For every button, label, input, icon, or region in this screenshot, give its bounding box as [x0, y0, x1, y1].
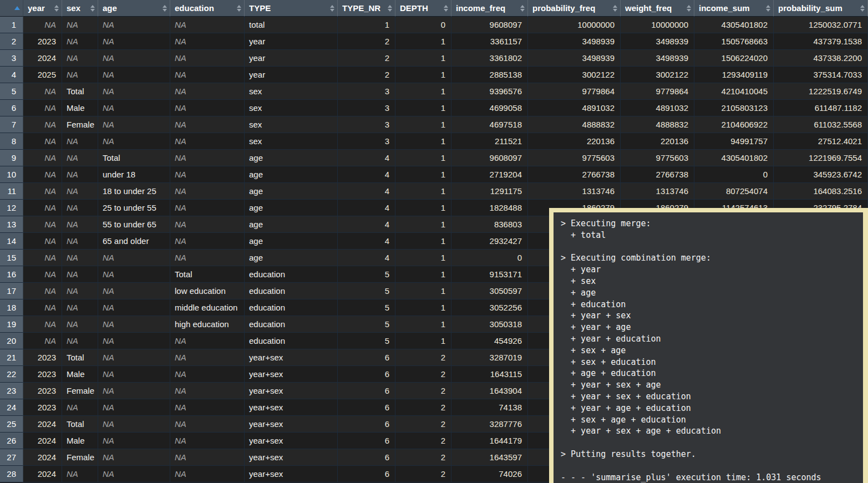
table-row[interactable]: 9NANATotalNAage4196080979775603977560343…	[0, 150, 868, 166]
cell-weight_freq: 4891032	[621, 100, 694, 116]
cell-income_freq: 1643904	[451, 383, 528, 399]
na-value: NA	[175, 103, 186, 113]
cell-TYPE: age	[245, 183, 338, 200]
cell-education: NA	[170, 466, 245, 482]
na-value: NA	[67, 37, 78, 46]
cell-year: 2024	[23, 433, 62, 449]
na-value: NA	[103, 469, 114, 479]
cell-TYPE_NR: 6	[338, 416, 395, 433]
table-row[interactable]: 32024NANANAyear2133618023498939349893915…	[0, 50, 868, 67]
cell-TYPE: year+sex	[245, 349, 338, 366]
cell-income_freq: 1644179	[451, 433, 528, 449]
cell-TYPE_NR: 4	[338, 166, 395, 183]
cell-weight_freq: 3002122	[621, 67, 694, 83]
row-index-column-header[interactable]	[0, 0, 23, 17]
cell-value: 4697518	[490, 120, 522, 129]
cell-TYPE_NR: 4	[338, 200, 395, 216]
table-row[interactable]: 1NANANANAtotal10960809710000000100000004…	[0, 17, 868, 33]
cell-DEPTH: 1	[395, 183, 451, 200]
column-header-weight_freq[interactable]: weight_freq	[621, 0, 694, 17]
row-number: 18	[0, 299, 23, 316]
cell-TYPE_NR: 6	[338, 466, 395, 482]
table-row[interactable]: 10NANAunder 18NAage412719204276673827667…	[0, 166, 868, 183]
cell-probability_freq: 1313746	[528, 183, 621, 200]
table-row[interactable]: 22023NANANAyear2133611573498939349893915…	[0, 33, 868, 50]
cell-education: NA	[170, 349, 245, 366]
cell-value: 6	[385, 369, 389, 379]
cell-DEPTH: 2	[395, 366, 451, 383]
cell-sex: NA	[62, 333, 98, 349]
cell-value: 3050597	[490, 286, 522, 296]
table-header-row: yearsexageeducationTYPETYPE_NRDEPTHincom…	[0, 0, 868, 17]
column-header-probability_sum[interactable]: probability_sum	[774, 0, 868, 17]
column-header-label: age	[103, 3, 117, 13]
na-value: NA	[175, 20, 186, 29]
na-value: NA	[175, 403, 186, 412]
cell-age: 18 to under 25	[98, 183, 170, 200]
cell-income_freq: 3052256	[451, 299, 528, 316]
column-header-DEPTH[interactable]: DEPTH	[395, 0, 451, 17]
column-header-age[interactable]: age	[98, 0, 170, 17]
cell-value: 3287776	[490, 419, 522, 429]
na-value: NA	[67, 336, 78, 345]
na-value: NA	[175, 37, 186, 46]
cell-TYPE: age	[245, 233, 338, 250]
cell-value: 1505768663	[722, 37, 768, 46]
cell-value: 2023	[38, 386, 56, 395]
column-header-income_sum[interactable]: income_sum	[694, 0, 774, 17]
column-header-income_freq[interactable]: income_freq	[451, 0, 528, 17]
cell-probability_freq: 10000000	[528, 17, 621, 33]
cell-value: 3	[385, 136, 389, 146]
table-row[interactable]: 11NANA18 to under 25NAage411291175131374…	[0, 183, 868, 200]
sort-icon	[90, 5, 95, 12]
cell-value: 1644179	[490, 436, 522, 445]
cell-value: 2	[385, 70, 389, 79]
cell-TYPE: age	[245, 200, 338, 216]
console-output-panel[interactable]: > Executing merge: + total > Executing c…	[549, 208, 868, 483]
column-header-year[interactable]: year	[23, 0, 62, 17]
cell-DEPTH: 2	[395, 433, 451, 449]
cell-income_freq: 3361157	[451, 33, 528, 50]
column-header-education[interactable]: education	[170, 0, 245, 17]
table-row[interactable]: 7NAFemaleNANAsex314697518488883248888322…	[0, 116, 868, 133]
cell-value: 6	[385, 436, 389, 445]
cell-TYPE: education	[245, 333, 338, 349]
na-value: NA	[103, 87, 114, 96]
cell-value: 164083.2516	[813, 186, 862, 196]
cell-value: 94991757	[730, 136, 768, 146]
column-header-probability_freq[interactable]: probability_freq	[528, 0, 621, 17]
na-value: NA	[44, 220, 56, 229]
cell-value: 1	[441, 236, 445, 246]
table-row[interactable]: 5NATotalNANAsex3193965769779864977986442…	[0, 83, 868, 100]
column-header-sex[interactable]: sex	[62, 0, 98, 17]
na-value: NA	[175, 170, 186, 179]
table-row[interactable]: 42025NANANAyear2128851383002122300212212…	[0, 67, 868, 83]
cell-value: 9779864	[656, 87, 688, 96]
column-header-TYPE[interactable]: TYPE	[245, 0, 338, 17]
na-value: NA	[103, 37, 114, 46]
cell-value: 55 to under 65	[103, 220, 156, 229]
cell-weight_freq: 10000000	[621, 17, 694, 33]
cell-value: sex	[249, 120, 262, 129]
cell-value: 9396576	[490, 87, 522, 96]
column-header-label: weight_freq	[625, 3, 672, 13]
cell-probability_freq: 9779864	[528, 83, 621, 100]
cell-sex: NA	[62, 233, 98, 250]
cell-TYPE_NR: 6	[338, 449, 395, 466]
table-row[interactable]: 8NANANANAsex3121152122013622013694991757…	[0, 133, 868, 150]
cell-age: NA	[98, 116, 170, 133]
cell-value: 1	[441, 336, 445, 345]
row-number: 21	[0, 349, 23, 366]
cell-year: NA	[23, 133, 62, 150]
na-value: NA	[44, 319, 56, 329]
cell-value: 1643115	[490, 369, 522, 379]
cell-probability_sum: 27512.4021	[774, 133, 868, 150]
cell-education: NA	[170, 116, 245, 133]
cell-DEPTH: 1	[395, 216, 451, 233]
cell-value: 1	[441, 170, 445, 179]
table-row[interactable]: 6NAMaleNANAsex31469905848910324891032210…	[0, 100, 868, 116]
cell-value: year+sex	[249, 386, 283, 395]
column-header-TYPE_NR[interactable]: TYPE_NR	[338, 0, 395, 17]
cell-sex: Male	[62, 433, 98, 449]
cell-value: sex	[249, 103, 262, 113]
